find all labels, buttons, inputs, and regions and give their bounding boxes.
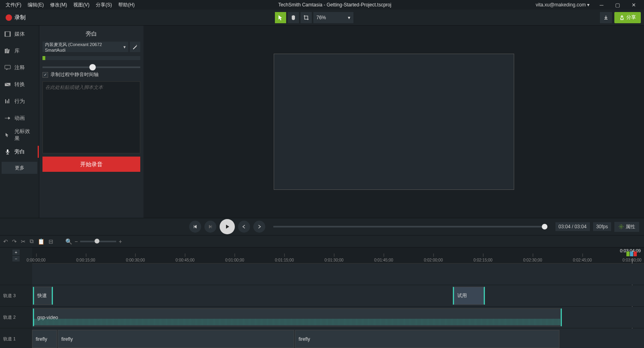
menu-file[interactable]: 文件(F) bbox=[2, 0, 24, 10]
properties-button[interactable]: 属性 bbox=[614, 222, 639, 232]
media-icon bbox=[4, 30, 11, 38]
ruler-tick: 0:02:00;00 bbox=[424, 258, 443, 262]
ruler-tick: 0:00:15;00 bbox=[76, 258, 95, 262]
sidebar-item-annotations[interactable]: 注释 bbox=[0, 59, 39, 76]
audio-level-meter bbox=[42, 56, 140, 60]
clip[interactable]: 试用 bbox=[453, 287, 485, 305]
share-icon bbox=[619, 15, 624, 20]
step-back-button[interactable] bbox=[204, 221, 216, 233]
track-label[interactable]: 轨道 1 bbox=[0, 328, 32, 348]
download-button[interactable] bbox=[600, 12, 612, 23]
zoom-in-button[interactable]: + bbox=[119, 238, 122, 245]
slider-thumb[interactable] bbox=[89, 64, 96, 70]
share-button[interactable]: 分享 bbox=[614, 12, 641, 23]
minimize-icon[interactable]: ─ bbox=[594, 2, 610, 8]
input-gain-slider[interactable] bbox=[42, 66, 140, 68]
crop-tool-icon[interactable] bbox=[301, 12, 312, 23]
zoom-value: 76% bbox=[317, 15, 326, 20]
prev-frame-button[interactable] bbox=[189, 221, 201, 233]
sidebar-item-transitions[interactable]: 转换 bbox=[0, 76, 39, 93]
zoom-search-icon: 🔍 bbox=[65, 238, 72, 245]
sidebar-more[interactable]: 更多 bbox=[2, 162, 37, 174]
maximize-icon[interactable]: ▢ bbox=[610, 2, 626, 8]
sidebar-item-behaviors[interactable]: 行为 bbox=[0, 93, 39, 110]
track-label[interactable]: 轨道 2 bbox=[0, 307, 32, 328]
playback-time: 03:04 / 03:04 bbox=[555, 222, 590, 231]
sidebar-item-narration[interactable]: 旁白 bbox=[0, 143, 39, 160]
clip[interactable]: firefly bbox=[58, 330, 294, 348]
add-track-button[interactable]: + bbox=[12, 249, 20, 255]
menu-edit[interactable]: 编辑(E) bbox=[24, 0, 47, 10]
clip[interactable]: 快速 bbox=[33, 287, 53, 305]
mute-timeline-checkbox[interactable]: ✓ bbox=[42, 72, 48, 78]
zoom-select[interactable]: 76% ▾ bbox=[313, 12, 353, 23]
remove-track-button[interactable]: − bbox=[12, 256, 20, 262]
script-textarea[interactable]: 在此处粘贴或键入脚本文本 bbox=[42, 81, 140, 153]
seek-slider[interactable] bbox=[273, 226, 547, 227]
menubar: 文件(F) 编辑(E) 修改(M) 视图(V) 分享(S) 帮助(H) Tech… bbox=[0, 0, 644, 10]
timeline-ruler[interactable]: 0:03:04;09 0:00:00;000:00:15;000:00:30;0… bbox=[32, 247, 644, 264]
menu-share[interactable]: 分享(S) bbox=[93, 0, 115, 10]
playhead-marker[interactable] bbox=[626, 251, 637, 256]
menu-modify[interactable]: 修改(M) bbox=[47, 0, 70, 10]
timeline-zoom-slider[interactable] bbox=[80, 241, 116, 242]
cursor-tool-icon[interactable] bbox=[275, 12, 286, 23]
menu-view[interactable]: 视图(V) bbox=[70, 0, 93, 10]
mic-select[interactable]: 内装麦克风 (Conexant 20672 SmartAudi ▾ bbox=[42, 42, 128, 52]
split-button[interactable]: ⊟ bbox=[48, 238, 53, 245]
sidebar-item-media[interactable]: 媒体 bbox=[0, 26, 39, 42]
clip[interactable]: firefly bbox=[295, 330, 559, 348]
zoom-out-button[interactable]: − bbox=[75, 238, 78, 245]
close-icon[interactable]: ✕ bbox=[626, 2, 642, 8]
copy-button[interactable]: ⧉ bbox=[30, 238, 34, 245]
user-account[interactable]: vita.xu@makeding.com ▾ bbox=[532, 2, 594, 8]
undo-button[interactable]: ↶ bbox=[3, 238, 8, 245]
share-label: 分享 bbox=[626, 14, 636, 21]
sidebar-item-cursor-effects[interactable]: 光标效果 bbox=[0, 127, 39, 143]
panel-title: 旁白 bbox=[42, 29, 140, 42]
next-frame-button[interactable] bbox=[253, 221, 265, 233]
clip[interactable]: firefly bbox=[32, 330, 57, 348]
seek-thumb[interactable] bbox=[542, 224, 547, 229]
mic-settings-button[interactable] bbox=[130, 42, 140, 52]
step-forward-button[interactable] bbox=[238, 221, 250, 233]
ruler-tick: 0:01:30;00 bbox=[325, 258, 343, 262]
track-content[interactable]: 快速试用 bbox=[32, 285, 644, 306]
ruler-tick: 0:01:15;00 bbox=[275, 258, 294, 262]
start-recording-button[interactable]: 开始录音 bbox=[42, 157, 140, 172]
svg-rect-11 bbox=[7, 149, 8, 152]
timeline: + − 0:03:04;09 0:00:00;000:00:15;000:00:… bbox=[0, 247, 644, 348]
record-dot-icon bbox=[6, 14, 12, 21]
menu-help[interactable]: 帮助(H) bbox=[115, 0, 138, 10]
canvas-frame[interactable] bbox=[274, 54, 514, 190]
playback-fps: 30fps bbox=[593, 222, 611, 231]
clip[interactable]: gsp-video bbox=[33, 308, 562, 326]
svg-rect-5 bbox=[8, 49, 10, 53]
track-content[interactable]: fireflyfireflyfirefly bbox=[32, 328, 644, 348]
animation-icon bbox=[4, 115, 11, 122]
redo-button[interactable]: ↷ bbox=[12, 238, 17, 245]
ruler-tick: 0:00:30;00 bbox=[126, 258, 145, 262]
annotation-icon bbox=[4, 64, 11, 71]
library-icon bbox=[4, 47, 11, 54]
track-label[interactable]: 轨道 3 bbox=[0, 285, 32, 306]
sidebar-item-library[interactable]: 库 bbox=[0, 42, 39, 59]
chevron-down-icon: ▾ bbox=[123, 44, 126, 50]
ruler-tick: 0:01:45;00 bbox=[374, 258, 393, 262]
sidebar: 媒体 库 注释 转换 行为 动画 光标效果 旁白 更多 bbox=[0, 26, 39, 218]
transition-icon bbox=[4, 81, 11, 88]
play-button[interactable] bbox=[220, 219, 235, 234]
narration-panel: 旁白 内装麦克风 (Conexant 20672 SmartAudi ▾ ✓ 录… bbox=[39, 26, 143, 218]
window-title: TechSmith Camtasia - Getting-Started-Pro… bbox=[138, 2, 532, 8]
sidebar-item-animations[interactable]: 动画 bbox=[0, 110, 39, 127]
record-button[interactable]: 录制 bbox=[3, 12, 28, 23]
svg-rect-4 bbox=[6, 48, 8, 53]
paste-button[interactable]: 📋 bbox=[38, 238, 44, 245]
track-content[interactable]: gsp-video bbox=[32, 307, 644, 328]
svg-rect-3 bbox=[5, 49, 6, 53]
svg-rect-2 bbox=[10, 32, 10, 36]
ruler-tick: 0:02:30;00 bbox=[523, 258, 542, 262]
hand-tool-icon[interactable] bbox=[288, 12, 299, 23]
timeline-track: 轨道 3快速试用 bbox=[0, 285, 644, 307]
cut-button[interactable]: ✂ bbox=[21, 238, 26, 245]
